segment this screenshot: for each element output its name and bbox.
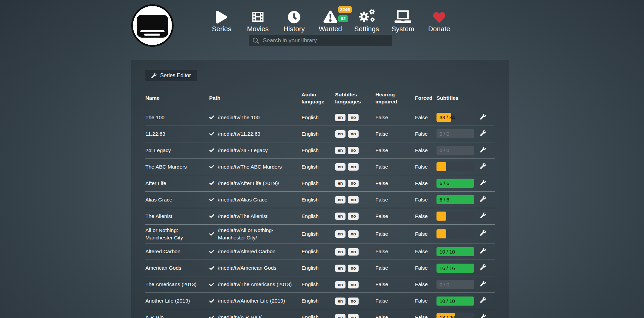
nav-label: System (385, 25, 421, 33)
table-row: Alias Grace /media/tv/Alias Grace Englis… (145, 191, 495, 208)
film-icon (240, 5, 276, 24)
row-wrench-icon[interactable] (480, 147, 486, 152)
series-editor-label: Series Editor (160, 73, 191, 79)
forced-value: False (415, 276, 436, 293)
forced-value: False (415, 243, 436, 260)
language-chip-no: no (348, 314, 359, 318)
hearing-impaired-value: False (375, 224, 415, 243)
nav-label: History (276, 25, 312, 33)
main-nav: Series Movies History Wanted 2246 62 S (203, 5, 457, 33)
row-wrench-icon[interactable] (480, 264, 486, 270)
content-panel: Series Editor Name Path Audio language S… (131, 60, 509, 318)
heart-icon (421, 5, 457, 24)
row-wrench-icon[interactable] (480, 297, 486, 303)
progress-fill (436, 162, 446, 171)
language-chip-en: en (335, 230, 346, 238)
progress-text: 10 / 10 (440, 247, 455, 256)
progress-text: 13 / 26 (440, 313, 455, 318)
bazarr-logo-icon (137, 15, 168, 38)
audio-language-value: English (302, 260, 335, 276)
check-icon (209, 299, 214, 304)
check-icon (209, 115, 214, 120)
wanted-movies-count-badge: 62 (338, 15, 348, 22)
audio-language-value: English (302, 175, 335, 191)
series-name: After Life (145, 175, 209, 191)
table-row: The 100 /media/tv/The 100 English enno F… (145, 109, 495, 126)
check-icon (209, 197, 214, 202)
nav-item-series[interactable]: Series (203, 5, 240, 33)
nav-item-donate[interactable]: Donate (421, 5, 457, 33)
language-chip-no: no (348, 230, 359, 238)
subtitles-progress: 0 / 0 (436, 146, 474, 155)
table-row: Altered Carbon /media/tv/Altered Carbon … (145, 243, 495, 260)
progress-text: 6 / 6 (440, 195, 449, 204)
hearing-impaired-value: False (375, 293, 415, 309)
table-row: Another Life (2019) /media/tv/Another Li… (145, 293, 495, 309)
language-chip-no: no (348, 180, 359, 187)
search-icon (253, 38, 259, 44)
table-row: The Americans (2013) /media/tv/The Ameri… (145, 276, 495, 293)
nav-item-system[interactable]: System (385, 5, 421, 33)
row-wrench-icon[interactable] (480, 180, 486, 185)
hearing-impaired-value: False (375, 158, 415, 175)
series-path: /media/tv/Altered Carbon (218, 248, 275, 255)
hearing-impaired-value: False (375, 126, 415, 142)
nav-label: Series (203, 25, 240, 33)
search-input[interactable] (259, 37, 388, 44)
row-wrench-icon[interactable] (480, 114, 486, 120)
column-header-subtitles-languages: Subtitles languages (335, 91, 375, 109)
audio-language-value: English (302, 158, 335, 175)
search-bar (249, 35, 392, 46)
nav-item-wanted[interactable]: Wanted 2246 62 (312, 5, 349, 33)
progress-text: 16 / 16 (440, 264, 455, 273)
nav-label: Wanted (312, 25, 349, 33)
forced-value: False (415, 224, 436, 243)
forced-value: False (415, 309, 436, 318)
subtitles-progress (436, 229, 474, 238)
forced-value: False (415, 260, 436, 276)
laptop-icon (385, 5, 421, 24)
audio-language-value: English (302, 224, 335, 243)
check-icon (209, 148, 214, 153)
series-path: /media/tv/Alias Grace (218, 196, 267, 203)
row-wrench-icon[interactable] (480, 213, 486, 218)
subtitles-progress: 10 / 10 (436, 297, 474, 306)
row-wrench-icon[interactable] (480, 130, 486, 136)
check-icon (209, 164, 214, 169)
forced-value: False (415, 126, 436, 142)
hearing-impaired-value: False (375, 175, 415, 191)
check-icon (209, 231, 214, 236)
row-wrench-icon[interactable] (480, 314, 486, 318)
app-logo[interactable] (131, 4, 174, 47)
table-row: The ABC Murders /media/tv/The ABC Murder… (145, 158, 495, 175)
language-chip-no: no (348, 196, 359, 203)
nav-item-history[interactable]: History (276, 5, 312, 33)
check-icon (209, 315, 214, 318)
language-chip-en: en (335, 265, 346, 272)
progress-text: 0 / 0 (440, 129, 449, 138)
series-path: /media/tv/A.P. BIO/ (218, 314, 262, 318)
row-wrench-icon[interactable] (480, 281, 486, 286)
column-header-actions (480, 91, 495, 109)
hearing-impaired-value: False (375, 191, 415, 208)
language-chip-en: en (335, 281, 346, 288)
nav-item-settings[interactable]: Settings (349, 5, 385, 33)
audio-language-value: English (302, 109, 335, 126)
row-wrench-icon[interactable] (480, 163, 486, 169)
table-row: 11.22.63 /media/tv/11.22.63 English enno… (145, 126, 495, 142)
audio-language-value: English (302, 243, 335, 260)
series-name: All or Nothing: Manchester City (145, 224, 209, 243)
series-name: The 100 (145, 109, 209, 126)
language-chip-no: no (348, 213, 359, 220)
row-wrench-icon[interactable] (480, 230, 486, 236)
nav-item-movies[interactable]: Movies (240, 5, 276, 33)
series-editor-button[interactable]: Series Editor (145, 70, 197, 81)
series-name: The Alienist (145, 208, 209, 224)
series-name: American Gods (145, 260, 209, 276)
row-wrench-icon[interactable] (480, 248, 486, 254)
language-chip-no: no (348, 298, 359, 305)
table-row: All or Nothing: Manchester City /media/t… (145, 224, 495, 243)
row-wrench-icon[interactable] (480, 196, 486, 202)
series-name: The Americans (2013) (145, 276, 209, 293)
series-path: /media/tv/Another Life (2019) (218, 297, 285, 305)
